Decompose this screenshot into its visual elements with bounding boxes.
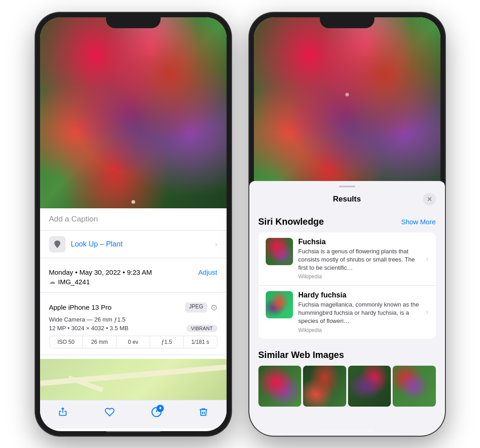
similar-web-images-section: Similar Web Images [254,342,440,410]
web-image-3[interactable] [348,366,391,407]
camera-icon: ⊙ [211,302,217,312]
camera-spec: Wide Camera — 26 mm ƒ1.5 [49,316,217,323]
close-button[interactable]: ✕ [423,193,436,206]
exif-ev: 0 ev [116,336,150,348]
similar-web-images-title: Similar Web Images [258,350,436,360]
map-section[interactable] [40,359,227,400]
lookup-row[interactable]: Look Up – Plant › [40,231,227,258]
home-bar [106,430,161,432]
lookup-icon [49,236,66,252]
meta-filename: IMG_4241 [58,278,90,286]
web-image-1[interactable] [258,366,302,407]
cloud-icon: ☁ [49,278,56,285]
fuchsia-content: Fuchsia Fuchsia is a genus of flowering … [298,238,421,280]
photo-indicator-dot [131,200,135,204]
hardy-fuchsia-source: Wikipedia [298,327,421,333]
right-screen: Results ✕ Siri Knowledge Show More [254,17,440,431]
exif-aperture: ƒ1.5 [150,336,184,348]
hardy-fuchsia-description: Fuchsia magellanica, commonly known as t… [298,301,421,326]
fuchsia-description: Fuchsia is a genus of flowering plants t… [298,247,421,272]
siri-knowledge-section: Siri Knowledge Show More Fuchsia Fuchsia… [254,209,440,342]
info-button[interactable]: ✦ [151,407,162,418]
right-notch [320,13,374,28]
web-image-2[interactable] [303,366,346,407]
caption-placeholder: Add a Caption [49,215,98,223]
exif-shutter: 1/181 s [184,336,217,348]
fuchsia-thumbnail [266,238,293,265]
info-badge: ✦ [157,405,164,412]
flower-photo[interactable] [40,17,227,208]
adjust-button[interactable]: Adjust [198,268,217,276]
vibrant-badge: VIBRANT [187,325,217,332]
hardy-fuchsia-content: Hardy fuchsia Fuchsia magellanica, commo… [298,291,421,333]
knowledge-card: Fuchsia Fuchsia is a genus of flowering … [258,232,436,339]
fuchsia-name: Fuchsia [298,238,421,246]
knowledge-item-fuchsia[interactable]: Fuchsia Fuchsia is a genus of flowering … [258,232,436,286]
meta-section: Monday • May 30, 2022 • 9:23 AM Adjust ☁… [40,262,227,292]
web-images-grid [258,366,436,407]
device-section: Apple iPhone 13 Pro JPEG ⊙ Wide Camera —… [40,296,227,355]
siri-dot [345,93,349,96]
results-title: Results [271,195,423,204]
caption-area[interactable]: Add a Caption [40,208,227,231]
show-more-button[interactable]: Show More [401,218,436,226]
left-phone: Add a Caption Look Up – Plant › Monday •… [35,13,231,436]
siri-knowledge-title: Siri Knowledge [258,216,324,227]
right-home-bar [320,430,374,432]
lookup-chevron-icon: › [215,240,217,248]
web-image-4[interactable] [393,366,436,407]
hardy-fuchsia-name: Hardy fuchsia [298,291,421,299]
share-button[interactable] [58,407,68,417]
fuchsia-chevron-icon: › [426,255,428,263]
meta-date: Monday • May 30, 2022 • 9:23 AM [49,268,152,276]
knowledge-item-hardy-fuchsia[interactable]: Hardy fuchsia Fuchsia magellanica, commo… [258,286,436,339]
exif-row: ISO 50 26 mm 0 ev ƒ1.5 1/181 s [49,336,217,348]
hardy-fuchsia-chevron-icon: › [426,308,428,316]
mp-info: 12 MP • 3024 × 4032 • 3.5 MB [49,325,129,332]
right-phone: Results ✕ Siri Knowledge Show More [249,13,445,436]
notch [106,13,161,28]
left-screen: Add a Caption Look Up – Plant › Monday •… [40,17,227,431]
heart-button[interactable] [104,407,115,417]
results-sheet: Results ✕ Siri Knowledge Show More [254,181,440,431]
fuchsia-source: Wikipedia [298,273,421,280]
format-badge: JPEG [185,302,207,312]
toolbar: ✦ [40,400,227,428]
exif-mm: 26 mm [83,336,116,348]
exif-iso: ISO 50 [50,336,83,348]
lookup-label: Look Up – Plant [71,240,123,248]
device-name: Apple iPhone 13 Pro [49,303,112,311]
hardy-fuchsia-thumbnail [266,291,293,318]
trash-button[interactable] [198,407,208,418]
results-header: Results ✕ [254,187,440,209]
